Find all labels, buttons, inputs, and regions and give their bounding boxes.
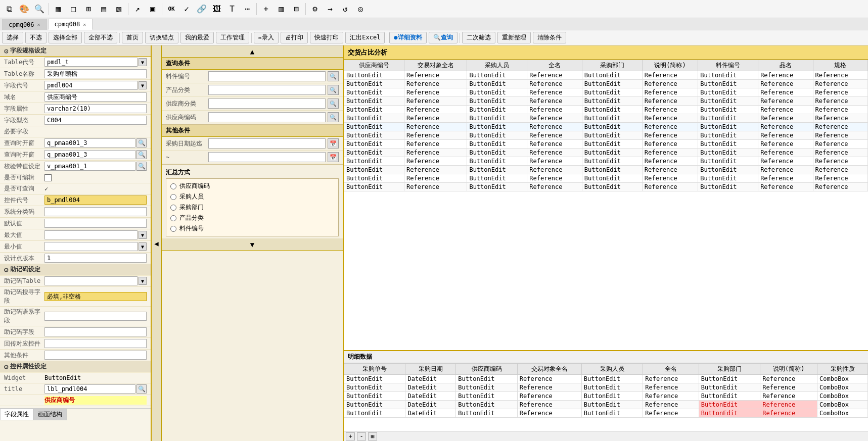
detail-row[interactable]: ButtonEditDateEditButtonEditReferenceBut… bbox=[344, 401, 868, 409]
table-cell[interactable]: Reference bbox=[642, 157, 698, 166]
supplier-code-input[interactable] bbox=[208, 112, 326, 122]
detail-cell[interactable]: ButtonEdit bbox=[581, 409, 643, 418]
query-window-search1[interactable]: 🔍 bbox=[136, 138, 147, 148]
table-cell[interactable]: ButtonEdit bbox=[698, 131, 758, 140]
material-no-input[interactable] bbox=[208, 71, 326, 81]
validate-input[interactable] bbox=[44, 162, 135, 171]
detail-row[interactable]: ButtonEditDateEditButtonEditReferenceBut… bbox=[344, 409, 868, 418]
table-cell[interactable]: ButtonEdit bbox=[467, 71, 527, 80]
tab-cpmq008[interactable]: cpmq008 ✕ bbox=[48, 19, 93, 30]
table-row[interactable]: ButtonEditReferenceButtonEditReferenceBu… bbox=[344, 183, 868, 191]
detail-cell[interactable]: Reference bbox=[643, 401, 699, 409]
detail-cell[interactable]: ButtonEdit bbox=[344, 401, 405, 409]
table-cell[interactable]: Reference bbox=[404, 71, 467, 80]
table-cell[interactable]: Reference bbox=[758, 106, 813, 114]
table-cell[interactable]: ButtonEdit bbox=[698, 71, 758, 80]
detail-cell[interactable]: Reference bbox=[517, 409, 581, 418]
table-cell[interactable]: Reference bbox=[404, 114, 467, 123]
purchase-date-cal1[interactable]: 📅 bbox=[328, 138, 339, 149]
plus-icon[interactable]: + bbox=[259, 2, 273, 16]
table-cell[interactable]: ButtonEdit bbox=[467, 157, 527, 166]
detail-cell[interactable]: ButtonEdit bbox=[699, 375, 760, 383]
table-cell[interactable]: ButtonEdit bbox=[467, 149, 527, 157]
table-cell[interactable]: Reference bbox=[642, 71, 698, 80]
table-cell[interactable]: Reference bbox=[642, 123, 698, 131]
table-cell[interactable]: Reference bbox=[813, 174, 867, 183]
purchase-date-cal2[interactable]: 📅 bbox=[328, 152, 339, 162]
table-cell[interactable]: ButtonEdit bbox=[344, 97, 404, 106]
table-cell[interactable]: Reference bbox=[527, 183, 582, 191]
table-cell[interactable]: ButtonEdit bbox=[467, 114, 527, 123]
mnemonic-lang-input[interactable] bbox=[44, 312, 147, 321]
tab-screen-struct[interactable]: 画面结构 bbox=[33, 409, 67, 420]
dots-icon[interactable]: ⋯ bbox=[240, 2, 254, 16]
tab-field-attr[interactable]: 字段属性 bbox=[0, 409, 33, 420]
table-cell[interactable]: ButtonEdit bbox=[698, 157, 758, 166]
table-cell[interactable]: ButtonEdit bbox=[467, 166, 527, 174]
purchase-date-input1[interactable] bbox=[208, 138, 326, 149]
ok-icon[interactable]: OK bbox=[164, 2, 178, 16]
summary-option-product-cat[interactable]: 产品分类 bbox=[170, 213, 334, 223]
table-row[interactable]: ButtonEditReferenceButtonEditReferenceBu… bbox=[344, 71, 868, 80]
table-row[interactable]: ButtonEditReferenceButtonEditReferenceBu… bbox=[344, 114, 868, 123]
table-cell[interactable]: Reference bbox=[404, 88, 467, 97]
table-cell[interactable]: ButtonEdit bbox=[467, 131, 527, 140]
table-cell[interactable]: ButtonEdit bbox=[344, 123, 404, 131]
table-cell[interactable]: Reference bbox=[527, 80, 582, 88]
check-icon[interactable]: ✓ bbox=[179, 2, 194, 16]
design-version-input[interactable] bbox=[44, 254, 147, 263]
table-cell[interactable]: Reference bbox=[527, 114, 582, 123]
max-dropdown[interactable]: ▼ bbox=[139, 231, 147, 239]
table-cell[interactable]: Reference bbox=[527, 149, 582, 157]
table-cell[interactable]: Reference bbox=[404, 80, 467, 88]
table-row[interactable]: ButtonEditReferenceButtonEditReferenceBu… bbox=[344, 140, 868, 149]
table-cell[interactable]: Reference bbox=[813, 183, 867, 191]
table-cell[interactable]: Reference bbox=[642, 166, 698, 174]
table-cell[interactable]: ButtonEdit bbox=[698, 174, 758, 183]
table-cell[interactable]: Reference bbox=[813, 106, 867, 114]
table-cell[interactable]: ButtonEdit bbox=[467, 183, 527, 191]
table-cell[interactable]: ButtonEdit bbox=[467, 106, 527, 114]
detail-grid-scroll[interactable]: 采购单号 采购日期 供应商编码 交易对象全名 采购人员 全名 采购部门 说明(简… bbox=[344, 363, 868, 431]
table-cell[interactable]: Reference bbox=[404, 174, 467, 183]
detail-cell[interactable]: ButtonEdit bbox=[581, 383, 643, 392]
table-cell[interactable]: ButtonEdit bbox=[582, 140, 642, 149]
table-cell[interactable]: ButtonEdit bbox=[698, 140, 758, 149]
title-search[interactable]: 🔍 bbox=[136, 384, 147, 394]
query-button[interactable]: 🔍查询 bbox=[429, 32, 458, 43]
callback-input[interactable] bbox=[44, 339, 147, 348]
purchase-date-input2[interactable] bbox=[208, 152, 326, 162]
window-icon[interactable]: □ bbox=[66, 2, 80, 16]
grid6-icon[interactable]: ⊟ bbox=[289, 2, 303, 16]
table-cell[interactable]: ButtonEdit bbox=[467, 80, 527, 88]
table2-icon[interactable]: ⊞ bbox=[81, 2, 96, 16]
filter2-button[interactable]: 二次筛选 bbox=[462, 32, 495, 43]
detail-cell[interactable]: ButtonEdit bbox=[456, 392, 517, 401]
summary-option-dept[interactable]: 采购部门 bbox=[170, 202, 334, 213]
table-cell[interactable]: Reference bbox=[404, 131, 467, 140]
max-input[interactable] bbox=[44, 230, 138, 239]
select-button[interactable]: 选择 bbox=[2, 32, 23, 43]
min-input[interactable] bbox=[44, 242, 138, 251]
detail-button[interactable]: ●详细资料 bbox=[389, 32, 426, 43]
table-cell[interactable]: ButtonEdit bbox=[582, 88, 642, 97]
grid5-icon[interactable]: ▥ bbox=[274, 2, 288, 16]
radio-material[interactable] bbox=[170, 226, 176, 232]
table-cell[interactable]: Reference bbox=[758, 183, 813, 191]
detail-cell[interactable]: ButtonEdit bbox=[344, 375, 405, 383]
table-row[interactable]: ButtonEditReferenceButtonEditReferenceBu… bbox=[344, 131, 868, 140]
table-cell[interactable]: Reference bbox=[758, 149, 813, 157]
table-cell[interactable]: Reference bbox=[813, 71, 867, 80]
sys-cat-input[interactable] bbox=[44, 207, 147, 216]
table-cell[interactable]: Reference bbox=[642, 106, 698, 114]
field-code-input[interactable] bbox=[44, 81, 138, 90]
other-cond-input[interactable] bbox=[44, 351, 147, 360]
table-row[interactable]: ButtonEditReferenceButtonEditReferenceBu… bbox=[344, 80, 868, 88]
print-button[interactable]: 🖨打印 bbox=[281, 32, 308, 43]
table-cell[interactable]: ButtonEdit bbox=[698, 166, 758, 174]
nav-left-arrow[interactable]: ◀ bbox=[152, 45, 162, 441]
field-code-dropdown[interactable]: ▼ bbox=[139, 81, 147, 89]
color-icon[interactable]: 🎨 bbox=[17, 2, 31, 16]
deselect-button[interactable]: 不选 bbox=[25, 32, 47, 43]
table-cell[interactable]: Reference bbox=[758, 174, 813, 183]
